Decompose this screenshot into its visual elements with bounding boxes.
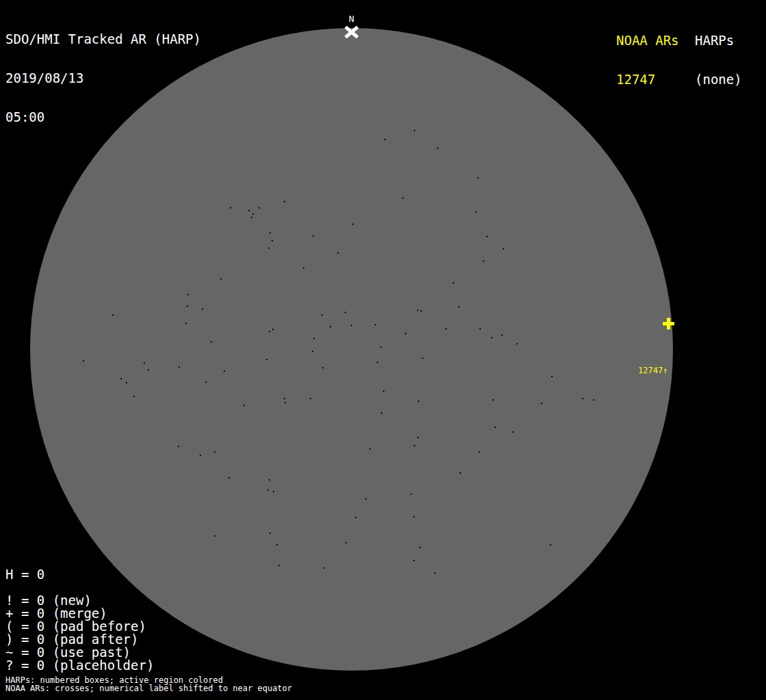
speckle-dot [377, 362, 378, 363]
speckle-dot [477, 177, 479, 178]
speckle-dot [252, 213, 254, 215]
speckle-dot [593, 399, 594, 401]
speckle-dot [383, 390, 384, 392]
noaa-ar-number-label: 12747↑ [638, 366, 668, 375]
speckle-dot [352, 224, 354, 225]
speckle-dot [224, 371, 225, 372]
speckle-dot [310, 398, 311, 399]
harps-value: (none) [695, 73, 742, 86]
speckle-dot [380, 347, 382, 348]
speckle-dot [133, 396, 135, 397]
speckle-dot [284, 398, 285, 399]
speckle-dot [211, 341, 212, 342]
speckle-dot [323, 567, 325, 569]
speckle-dot [228, 477, 230, 479]
speckle-dot [503, 248, 504, 250]
speckle-dot [276, 544, 278, 546]
footer-captions: HARPs: numbered boxes; active region col… [5, 676, 292, 692]
speckle-dot [494, 427, 496, 428]
speckle-dot [272, 329, 274, 330]
north-cross-icon [345, 26, 358, 38]
speckle-dot [112, 314, 114, 316]
speckle-dot [178, 446, 179, 447]
speckle-dot [312, 351, 313, 352]
speckle-dot [243, 405, 245, 406]
speckle-dot [413, 516, 414, 517]
north-label: N [343, 14, 360, 23]
speckle-dot [483, 260, 484, 262]
speckle-dot [259, 207, 260, 208]
speckle-dot [410, 494, 412, 495]
speckle-dot [278, 565, 280, 566]
legend-harp-count: H = 0 [5, 568, 44, 581]
speckle-dot [516, 343, 518, 345]
speckle-dot [179, 366, 180, 368]
speckle-dot [200, 455, 201, 456]
legend-symbol-counts: ! = 0 (new)+ = 0 (merge)( = 0 (pad befor… [5, 594, 154, 672]
time-label: 05:00 [5, 111, 201, 124]
speckle-dot [330, 326, 331, 327]
footer-caption-line: NOAA ARs: crosses; numerical label shift… [5, 684, 292, 692]
speckle-dot [381, 412, 382, 414]
speckle-dot [205, 381, 207, 383]
speckle-dot [269, 479, 270, 481]
speckle-dot [414, 130, 415, 131]
speckle-dot [285, 402, 286, 403]
noaa-ars-value: 12747 [616, 73, 679, 86]
speckle-dot [417, 437, 419, 438]
speckle-dot [337, 252, 339, 254]
speckle-dot [453, 282, 454, 284]
speckle-dot [375, 324, 376, 325]
cross-vertical-bar [667, 318, 670, 329]
legend-line: ? = 0 (placeholder) [5, 659, 154, 672]
speckle-dot [272, 240, 273, 241]
speckle-dot [445, 328, 447, 329]
date-label: 2019/08/13 [5, 72, 201, 85]
speckle-dot [220, 278, 222, 280]
speckle-dot [434, 572, 436, 574]
speckle-dot [266, 359, 267, 360]
noaa-ars-heading: NOAA ARs [616, 34, 679, 47]
speckle-dot [187, 306, 188, 307]
speckle-dot [492, 399, 494, 401]
speckle-dot [185, 323, 187, 324]
speckle-dot [402, 198, 404, 199]
speckle-dot [267, 489, 269, 491]
speckle-dot [458, 306, 460, 308]
speckle-dot [230, 207, 231, 208]
speckle-dot [269, 331, 270, 332]
speckle-dot [475, 211, 477, 213]
speckle-dot [550, 544, 551, 546]
speckle-dot [120, 378, 122, 379]
speckle-dot [351, 325, 352, 326]
speckle-dot [269, 533, 271, 534]
speckle-dot [269, 232, 271, 234]
speckle-dot [414, 445, 415, 446]
speckle-dot [313, 235, 314, 237]
speckle-dot [187, 294, 189, 295]
speckle-dot [551, 376, 553, 377]
speckle-dot [303, 267, 304, 269]
speckle-dot [421, 310, 422, 312]
speckle-dot [345, 312, 346, 313]
speckle-dot [322, 367, 323, 368]
speckle-dot [512, 431, 514, 433]
speckle-dot [541, 403, 542, 404]
speckle-dot [384, 139, 386, 140]
speckle-dot [268, 247, 269, 249]
header-block: SDO/HMI Tracked AR (HARP) 2019/08/13 05:… [5, 7, 201, 150]
noaa-ar-cross-icon [663, 318, 674, 329]
noaa-ars-panel: NOAA ARs 12747 [616, 8, 679, 112]
speckle-dot [214, 451, 215, 453]
speckle-dot [419, 547, 421, 548]
speckle-dot [148, 369, 149, 371]
speckle-dot [251, 217, 252, 218]
speckle-dot [369, 448, 371, 450]
speckle-dot [460, 472, 461, 474]
speckle-dot [479, 328, 481, 329]
speckle-dot [273, 491, 274, 492]
speckle-dot [345, 542, 347, 543]
speckle-dot [501, 334, 503, 336]
page-title: SDO/HMI Tracked AR (HARP) [5, 33, 201, 46]
speckle-dot [582, 398, 583, 399]
